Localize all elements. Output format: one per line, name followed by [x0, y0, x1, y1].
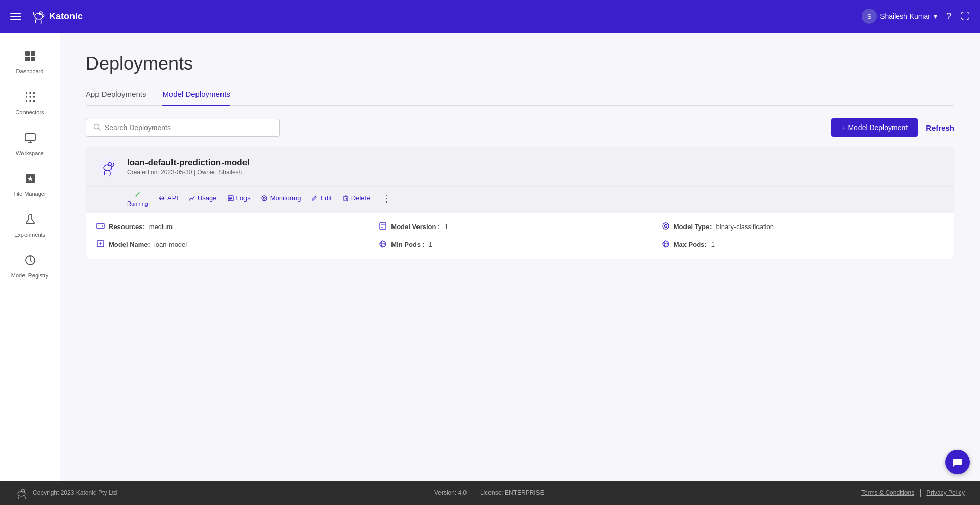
logs-icon	[227, 195, 234, 202]
search-icon	[93, 123, 101, 132]
sidebar-item-connectors[interactable]: Connectors	[0, 84, 60, 122]
svg-point-26	[97, 157, 118, 177]
sidebar-item-model-registry[interactable]: Model Registry	[0, 247, 60, 286]
deployment-name: loan-default-prediction-model	[127, 158, 944, 168]
max-pods-icon	[662, 240, 670, 249]
search-box	[86, 119, 280, 137]
card-title-area: loan-default-prediction-model Created on…	[127, 158, 944, 176]
running-icon: ✓	[134, 190, 141, 199]
logs-button[interactable]: Logs	[227, 194, 251, 202]
usage-label: Usage	[198, 194, 217, 202]
status-label: Running	[127, 200, 148, 207]
edit-button[interactable]: Edit	[311, 194, 331, 202]
model-type-icon	[662, 222, 670, 232]
svg-rect-9	[33, 92, 35, 94]
navbar: Katonic S Shailesh Kumar ▾ ? ⛶	[0, 0, 980, 33]
delete-icon	[342, 195, 349, 202]
privacy-link[interactable]: Privacy Policy	[926, 489, 965, 496]
svg-rect-16	[25, 134, 35, 141]
svg-rect-14	[29, 100, 31, 102]
expand-icon[interactable]: ⛶	[961, 11, 970, 22]
experiments-icon	[24, 213, 36, 229]
sidebar-item-file-manager-label: File Manager	[13, 191, 46, 197]
help-icon[interactable]: ?	[946, 11, 951, 22]
model-registry-icon	[24, 254, 36, 269]
svg-rect-15	[33, 100, 35, 102]
usage-button[interactable]: Usage	[188, 194, 217, 202]
status-badge: ✓ Running	[127, 190, 148, 207]
dashboard-icon	[24, 50, 36, 65]
footer-logo-icon	[15, 487, 28, 499]
model-name-icon	[96, 240, 105, 249]
sidebar-item-dashboard[interactable]: Dashboard	[0, 43, 60, 82]
svg-point-23	[29, 256, 31, 257]
detail-min-pods: Min Pods : 1	[379, 240, 661, 249]
user-menu[interactable]: S Shailesh Kumar ▾	[862, 9, 937, 24]
api-label: API	[167, 194, 178, 202]
model-version-icon	[379, 222, 387, 232]
main-layout: Dashboard Connectors	[0, 33, 980, 481]
new-deployment-button[interactable]: + Model Deployment	[831, 118, 918, 137]
min-pods-value: 1	[429, 241, 432, 248]
sidebar-item-experiments[interactable]: Experiments	[0, 206, 60, 245]
tab-model-deployments[interactable]: Model Deployments	[162, 90, 230, 106]
footer-left: Copyright 2023 Katonic Pty Ltd	[15, 487, 117, 499]
workspace-icon	[24, 132, 36, 147]
navbar-right: S Shailesh Kumar ▾ ? ⛶	[862, 9, 970, 24]
sidebar-item-dashboard-label: Dashboard	[16, 68, 44, 74]
menu-toggle[interactable]	[10, 13, 21, 20]
max-pods-value: 1	[711, 241, 715, 248]
delete-button[interactable]: Delete	[342, 194, 371, 202]
api-button[interactable]: API	[158, 194, 178, 202]
min-pods-icon	[379, 240, 387, 249]
model-version-value: 1	[444, 223, 448, 231]
sidebar-item-file-manager[interactable]: File Manager	[0, 165, 60, 204]
sidebar-item-experiments-label: Experiments	[14, 232, 45, 238]
svg-rect-12	[33, 96, 35, 98]
min-pods-label: Min Pods :	[391, 241, 425, 248]
more-options-button[interactable]: ⋮	[382, 193, 391, 204]
svg-rect-4	[31, 51, 35, 56]
card-header: loan-default-prediction-model Created on…	[86, 147, 954, 186]
sidebar-item-workspace[interactable]: Workspace	[0, 124, 60, 163]
svg-rect-5	[25, 57, 30, 61]
chat-button[interactable]	[945, 450, 970, 474]
sidebar-item-workspace-label: Workspace	[16, 150, 44, 156]
resources-icon	[96, 222, 105, 232]
detail-model-name: Model Name: loan-model	[96, 240, 379, 249]
edit-label: Edit	[320, 194, 331, 202]
deployment-created: Created on: 2023-05-30	[127, 169, 192, 176]
deployment-tabs: App Deployments Model Deployments	[86, 90, 954, 106]
detail-resources: Resources: medium	[96, 222, 379, 232]
tab-app-deployments[interactable]: App Deployments	[86, 90, 146, 106]
file-manager-icon	[24, 172, 36, 188]
refresh-button[interactable]: Refresh	[926, 123, 954, 132]
model-type-label: Model Type:	[674, 223, 712, 231]
svg-rect-13	[26, 100, 27, 102]
delete-label: Delete	[351, 194, 371, 202]
toolbar: + Model Deployment Refresh	[86, 118, 954, 137]
max-pods-label: Max Pods:	[674, 241, 707, 248]
sidebar-item-model-registry-label: Model Registry	[11, 272, 48, 279]
svg-line-25	[99, 128, 101, 130]
model-type-value: binary-classification	[716, 223, 774, 231]
resources-value: medium	[149, 223, 173, 231]
chat-icon	[952, 457, 963, 468]
svg-rect-35	[344, 197, 348, 201]
model-name-label: Model Name:	[109, 241, 150, 248]
logs-label: Logs	[236, 194, 251, 202]
footer-right: Terms & Conditions | Privacy Policy	[861, 488, 965, 497]
card-details: Resources: medium Model Version : 1	[86, 213, 954, 259]
connectors-icon	[24, 91, 36, 106]
terms-link[interactable]: Terms & Conditions	[861, 489, 914, 496]
detail-max-pods: Max Pods: 1	[662, 240, 944, 249]
svg-point-47	[664, 225, 667, 228]
footer-version-text: Version: 4.0	[434, 489, 467, 496]
edit-icon	[311, 195, 318, 202]
search-input[interactable]	[105, 123, 272, 132]
svg-rect-3	[25, 51, 30, 56]
user-name: Shailesh Kumar	[880, 12, 930, 20]
monitoring-button[interactable]: Monitoring	[261, 194, 301, 202]
sidebar: Dashboard Connectors	[0, 33, 60, 481]
svg-rect-7	[26, 92, 27, 94]
